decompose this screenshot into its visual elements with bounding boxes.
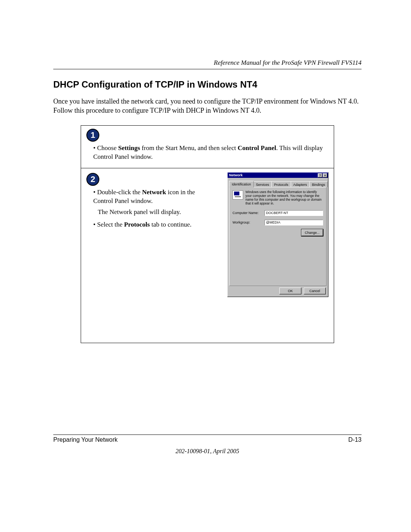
tab-protocols[interactable]: Protocols: [271, 181, 291, 187]
close-icon[interactable]: ×: [323, 173, 327, 177]
section-title: DHCP Configuration of TCP/IP in Windows …: [53, 79, 362, 90]
bold-control-panel: Control Panel: [237, 144, 276, 152]
steps-box: 1 • Choose Settings from the Start Menu,…: [81, 125, 334, 343]
workgroup-value: @MEDIA: [264, 220, 323, 225]
dialog-button-row: OK Cancel: [228, 288, 328, 297]
computer-name-value: DOCBERT-NT: [264, 210, 323, 216]
description-text: Windows uses the following information t…: [245, 190, 323, 205]
step-2-line3: • Select the Protocols tab to continue.: [93, 220, 211, 229]
change-row: Change...: [233, 229, 323, 236]
tab-bindings[interactable]: Bindings: [309, 181, 328, 187]
step-2: 2 • Double-click the Network icon in the…: [81, 168, 334, 343]
step-2-line1: • Double-click the Network icon in the C…: [93, 188, 211, 206]
computer-icon: [233, 190, 243, 200]
footer-row: Preparing Your Network D-13: [53, 436, 362, 443]
help-icon[interactable]: ?: [318, 173, 322, 177]
text-fragment: • Select the: [93, 221, 124, 228]
bold-settings: Settings: [118, 144, 140, 152]
change-button[interactable]: Change...: [301, 229, 323, 236]
titlebar[interactable]: Network ? ×: [228, 173, 328, 178]
tab-strip: Identification Services Protocols Adapte…: [228, 178, 328, 187]
step-1-body: • Choose Settings from the Start Menu, a…: [86, 126, 328, 161]
text-fragment: • Double-click the: [93, 189, 142, 196]
step-badge-1: 1: [86, 129, 99, 142]
tab-adapters[interactable]: Adapters: [291, 181, 310, 187]
step-1: 1 • Choose Settings from the Start Menu,…: [81, 126, 334, 169]
intro-paragraph: Once you have installed the network card…: [53, 97, 362, 115]
text-fragment: from the Start Menu, and then select: [140, 144, 237, 152]
workgroup-row: Workgroup: @MEDIA: [233, 220, 323, 225]
bold-network: Network: [142, 189, 166, 196]
bold-protocols: Protocols: [124, 221, 150, 228]
computer-name-label: Computer Name:: [233, 211, 262, 215]
text-fragment: tab to continue.: [150, 221, 192, 228]
footer-rule: [53, 435, 362, 435]
text-fragment: • Choose: [93, 144, 118, 152]
step-1-text: • Choose Settings from the Start Menu, a…: [93, 144, 326, 161]
doc-id: 202-10098-01, April 2005: [53, 448, 362, 455]
tab-services[interactable]: Services: [253, 181, 272, 187]
tab-content: Windows uses the following information t…: [229, 187, 327, 286]
document-page: Reference Manual for the ProSafe VPN Fir…: [0, 0, 411, 481]
computer-name-row: Computer Name: DOCBERT-NT: [233, 210, 323, 216]
footer: Preparing Your Network D-13 202-10098-01…: [53, 435, 362, 455]
ok-button[interactable]: OK: [279, 288, 301, 294]
window-title: Network: [229, 173, 243, 177]
step-2-body: • Double-click the Network icon in the C…: [86, 168, 213, 229]
footer-left: Preparing Your Network: [53, 436, 118, 443]
titlebar-buttons: ? ×: [318, 173, 327, 177]
description-row: Windows uses the following information t…: [233, 190, 323, 205]
step-2-line2: The Network panel will display.: [98, 208, 211, 217]
tab-identification[interactable]: Identification: [229, 181, 254, 187]
workgroup-label: Workgroup:: [233, 220, 262, 224]
header-rule: [53, 69, 362, 69]
running-head: Reference Manual for the ProSafe VPN Fir…: [53, 59, 362, 67]
cancel-button[interactable]: Cancel: [304, 288, 326, 294]
footer-right: D-13: [348, 436, 362, 443]
network-dialog: Network ? × Identification Services Prot…: [227, 172, 328, 297]
